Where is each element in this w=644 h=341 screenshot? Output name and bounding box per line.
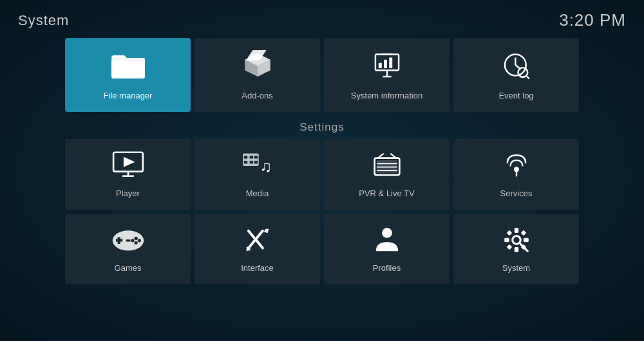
svg-rect-8 <box>384 59 387 68</box>
tile-pvr-live-tv[interactable]: PVR & Live TV <box>324 139 450 210</box>
svg-point-45 <box>131 239 134 242</box>
svg-rect-54 <box>514 247 518 252</box>
svg-rect-56 <box>524 237 529 241</box>
svg-rect-7 <box>378 62 381 68</box>
page-title: System <box>18 12 69 29</box>
system-information-icon <box>369 50 405 84</box>
svg-rect-27 <box>249 160 252 163</box>
tile-system-information[interactable]: System information <box>324 38 450 112</box>
svg-rect-22 <box>243 153 259 165</box>
system-label: System <box>502 263 530 273</box>
settings-row-2: Games Interface <box>18 214 626 284</box>
event-log-icon <box>498 50 535 84</box>
pvr-live-tv-icon <box>370 151 404 183</box>
file-manager-icon <box>110 50 146 84</box>
settings-row-1: Player ♫ <box>18 139 626 210</box>
svg-rect-59 <box>506 244 512 250</box>
svg-marker-19 <box>123 156 135 167</box>
svg-point-52 <box>512 235 520 244</box>
settings-section: Settings Player <box>0 121 644 284</box>
svg-point-43 <box>137 239 140 242</box>
svg-point-42 <box>134 236 137 239</box>
tile-system[interactable]: System <box>453 214 579 284</box>
header: System 3:20 PM <box>0 0 644 35</box>
svg-point-51 <box>382 228 392 238</box>
svg-rect-58 <box>520 230 526 235</box>
svg-rect-53 <box>514 228 518 233</box>
system-icon <box>500 226 533 258</box>
interface-label: Interface <box>241 263 274 273</box>
svg-rect-25 <box>254 156 257 158</box>
svg-rect-9 <box>389 57 392 68</box>
svg-rect-24 <box>249 156 252 158</box>
interface-icon <box>241 226 274 258</box>
svg-rect-41 <box>117 237 120 243</box>
svg-text:♫: ♫ <box>260 157 271 174</box>
top-nav-row: File manager Add-ons <box>0 38 644 112</box>
svg-rect-26 <box>243 160 247 163</box>
clock: 3:20 PM <box>559 10 626 30</box>
player-label: Player <box>116 189 140 198</box>
services-label: Services <box>500 189 533 198</box>
media-label: Media <box>246 189 269 198</box>
tile-games[interactable]: Games <box>65 214 191 284</box>
games-icon <box>111 226 145 258</box>
tile-add-ons[interactable]: Add-ons <box>194 38 320 112</box>
svg-rect-28 <box>254 160 257 163</box>
player-icon <box>111 151 145 183</box>
svg-rect-1 <box>111 58 145 61</box>
services-icon <box>500 151 533 183</box>
svg-line-17 <box>526 75 529 78</box>
svg-marker-49 <box>263 228 269 232</box>
media-icon: ♫ <box>241 151 274 183</box>
svg-point-37 <box>514 167 519 172</box>
tile-media[interactable]: ♫ Media <box>194 139 320 210</box>
tile-profiles[interactable]: Profiles <box>324 214 450 284</box>
tile-interface[interactable]: Interface <box>194 214 320 284</box>
tile-services[interactable]: Services <box>453 139 579 210</box>
file-manager-label: File manager <box>104 91 153 100</box>
profiles-label: Profiles <box>373 263 401 273</box>
system-information-label: System information <box>351 91 422 100</box>
svg-rect-46 <box>126 239 130 241</box>
games-label: Games <box>115 263 142 273</box>
settings-header: Settings <box>0 121 644 134</box>
svg-point-44 <box>134 241 137 244</box>
svg-rect-55 <box>504 237 509 241</box>
tile-player[interactable]: Player <box>65 139 191 210</box>
event-log-label: Event log <box>498 91 533 100</box>
tile-file-manager[interactable]: File manager <box>65 38 191 112</box>
profiles-icon <box>370 226 404 258</box>
pvr-live-tv-label: PVR & Live TV <box>359 189 414 198</box>
tile-event-log[interactable]: Event log <box>453 38 579 112</box>
svg-rect-23 <box>243 156 247 158</box>
add-ons-label: Add-ons <box>242 91 272 100</box>
add-ons-icon <box>240 50 276 84</box>
settings-grid: Player ♫ <box>0 139 644 284</box>
svg-rect-57 <box>506 230 512 235</box>
